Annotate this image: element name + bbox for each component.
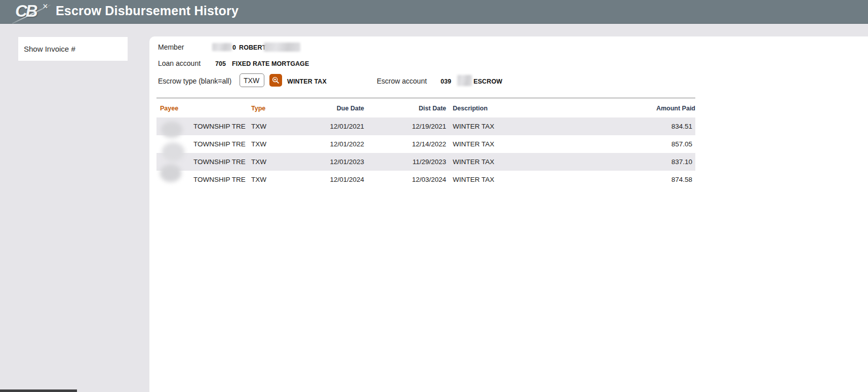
member-first-name: ROBERT	[239, 44, 266, 51]
amount-paid-cell: 834.51	[598, 123, 695, 130]
amount-paid-cell: 857.05	[598, 140, 695, 148]
page-title: Escrow Disbursement History	[56, 4, 239, 18]
payee-cell: TOWNSHIP TRE	[156, 176, 251, 183]
show-invoice-button[interactable]: Show Invoice #	[18, 37, 128, 61]
amount-paid-cell: 874.58	[598, 176, 695, 183]
escrow-account-number: 039	[441, 78, 451, 85]
due-date-cell: 12/01/2021	[304, 123, 364, 130]
table-header-row: Payee Type Due Date Dist Date Descriptio…	[156, 103, 695, 114]
due-date-cell: 12/01/2022	[304, 140, 364, 148]
description-cell: WINTER TAX	[446, 140, 598, 148]
redacted-member-last-name	[264, 43, 300, 52]
disbursement-table: TOWNSHIP TRE TXW 12/01/2021 12/19/2021 W…	[156, 117, 695, 188]
payee-cell: TOWNSHIP TRE	[156, 158, 251, 166]
type-cell: TXW	[251, 123, 304, 130]
content-panel	[149, 36, 868, 392]
column-header-dist-date[interactable]: Dist Date	[364, 105, 446, 112]
column-header-due-date[interactable]: Due Date	[304, 105, 364, 112]
redacted-member-number	[212, 43, 232, 51]
loan-account-label: Loan account	[158, 59, 201, 67]
bottom-edge-strip	[0, 389, 77, 392]
column-header-type[interactable]: Type	[251, 105, 304, 112]
dist-date-cell: 12/03/2024	[364, 176, 446, 183]
member-label: Member	[158, 43, 184, 51]
due-date-cell: 12/01/2024	[304, 176, 364, 183]
cubase-logo: CB ✕	[13, 1, 53, 23]
payee-cell: TOWNSHIP TRE	[156, 123, 251, 130]
description-cell: WINTER TAX	[446, 176, 598, 183]
table-row[interactable]: TOWNSHIP TRE TXW 12/01/2023 11/29/2023 W…	[156, 153, 695, 171]
show-invoice-label: Show Invoice #	[24, 45, 75, 53]
zoom-in-icon	[271, 76, 280, 85]
amount-paid-cell: 837.10	[598, 158, 695, 166]
type-cell: TXW	[251, 176, 304, 183]
dist-date-cell: 12/14/2022	[364, 140, 446, 148]
dist-date-cell: 11/29/2023	[364, 158, 446, 166]
dist-date-cell: 12/19/2021	[364, 123, 446, 130]
table-row[interactable]: TOWNSHIP TRE TXW 12/01/2024 12/03/2024 W…	[156, 171, 695, 188]
escrow-type-description: WINTER TAX	[287, 78, 327, 85]
member-number-digit: 0	[232, 44, 236, 51]
loan-type-name: FIXED RATE MORTGAGE	[232, 60, 309, 67]
column-header-description[interactable]: Description	[446, 105, 598, 112]
logo-x-mark: ✕	[43, 3, 48, 10]
escrow-type-input[interactable]	[240, 73, 264, 87]
top-header-bar: CB ✕ Escrow Disbursement History	[0, 0, 868, 24]
loan-account-number: 705	[215, 60, 226, 67]
due-date-cell: 12/01/2023	[304, 158, 364, 166]
escrow-disbursement-history-screen: CB ✕ Escrow Disbursement History Show In…	[0, 0, 868, 392]
logo-cb-text: CB	[15, 2, 36, 21]
column-header-payee[interactable]: Payee	[156, 105, 251, 112]
type-cell: TXW	[251, 158, 304, 166]
escrow-account-suffix-name: ESCROW	[474, 78, 502, 85]
escrow-account-label: Escrow account	[377, 77, 427, 85]
table-top-divider	[156, 98, 695, 98]
escrow-type-label: Escrow type (blank=all)	[158, 77, 231, 85]
redacted-escrow-account	[457, 75, 472, 86]
payee-cell: TOWNSHIP TRE	[156, 140, 251, 148]
type-cell: TXW	[251, 140, 304, 148]
table-row[interactable]: TOWNSHIP TRE TXW 12/01/2022 12/14/2022 W…	[156, 135, 695, 153]
escrow-type-search-button[interactable]	[269, 74, 282, 87]
column-header-amount-paid[interactable]: Amount Paid	[598, 105, 695, 112]
description-cell: WINTER TAX	[446, 123, 598, 130]
table-row[interactable]: TOWNSHIP TRE TXW 12/01/2021 12/19/2021 W…	[156, 117, 695, 135]
description-cell: WINTER TAX	[446, 158, 598, 166]
